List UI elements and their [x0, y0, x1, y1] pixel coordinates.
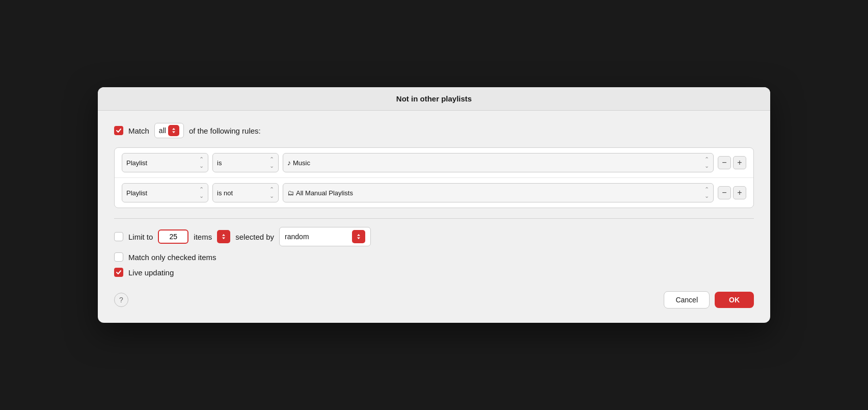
rule1-remove-button[interactable]: − — [718, 156, 731, 169]
rule2-condition-chevron: ⌃⌄ — [269, 186, 274, 199]
match-checkbox[interactable] — [114, 126, 123, 135]
rule1-buttons: − + — [718, 156, 746, 169]
rule1-value-select[interactable]: ♪ Music ⌃⌄ — [283, 153, 714, 172]
match-row: Match all of the following rules: — [114, 123, 754, 138]
limit-to-label: Limit to — [128, 233, 153, 241]
ok-button[interactable]: OK — [715, 292, 754, 308]
rule2-field-chevron: ⌃⌄ — [199, 186, 204, 199]
match-checked-label: Match only checked items — [128, 253, 216, 262]
live-updating-row: Live updating — [114, 268, 754, 277]
limit-input[interactable] — [158, 229, 188, 244]
match-checked-row: Match only checked items — [114, 252, 754, 262]
rule1-value-icon: ♪ — [287, 159, 291, 167]
rule1-condition-select[interactable]: is ⌃⌄ — [212, 153, 279, 172]
dialog-footer: ? Cancel OK — [114, 289, 754, 309]
limit-checkbox[interactable] — [114, 232, 123, 241]
dialog-body: Match all of the following rules: Playli… — [98, 111, 770, 323]
items-label: items — [194, 233, 212, 241]
rule2-value-chevron: ⌃⌄ — [704, 186, 709, 199]
limit-row: Limit to items selected by random — [114, 227, 754, 246]
cancel-button[interactable]: Cancel — [664, 291, 710, 309]
rule2-remove-button[interactable]: − — [718, 186, 731, 199]
rule2-buttons: − + — [718, 186, 746, 199]
live-updating-checkbox[interactable] — [114, 268, 123, 277]
rule2-add-button[interactable]: + — [733, 186, 746, 199]
divider — [114, 218, 754, 219]
options-section: Limit to items selected by random — [114, 227, 754, 277]
rules-container: Playlist ⌃⌄ is ⌃⌄ ♪ Music ⌃⌄ − + — [114, 147, 754, 208]
rule1-condition-chevron: ⌃⌄ — [269, 156, 274, 169]
help-button[interactable]: ? — [114, 293, 128, 307]
rule2-condition-value: is not — [217, 189, 233, 197]
rule1-value-text: Music — [293, 159, 310, 167]
selected-by-spinner[interactable] — [352, 230, 365, 243]
rule2-value-icon: 🗂 — [287, 189, 294, 197]
rule2-value-text: All Manual Playlists — [296, 189, 353, 197]
match-all-select[interactable]: all — [154, 123, 184, 138]
rule1-condition-value: is — [217, 159, 222, 167]
rule2-condition-select[interactable]: is not ⌃⌄ — [212, 183, 279, 202]
match-checked-checkbox[interactable] — [114, 252, 123, 262]
dialog-window: Not in other playlists Match all of — [98, 87, 770, 323]
rule-row-1: Playlist ⌃⌄ is ⌃⌄ ♪ Music ⌃⌄ − + — [115, 148, 753, 178]
rule-row-2: Playlist ⌃⌄ is not ⌃⌄ 🗂 All Manual Playl… — [115, 178, 753, 208]
rule2-value-select[interactable]: 🗂 All Manual Playlists ⌃⌄ — [283, 183, 714, 202]
dialog-title: Not in other playlists — [108, 94, 760, 103]
rule1-field-chevron: ⌃⌄ — [199, 156, 204, 169]
selected-by-select[interactable]: random — [279, 227, 371, 246]
selected-by-label: selected by — [235, 233, 274, 241]
match-value: all — [159, 126, 166, 135]
rule1-field-select[interactable]: Playlist ⌃⌄ — [122, 153, 208, 172]
rule1-add-button[interactable]: + — [733, 156, 746, 169]
rule1-value-chevron: ⌃⌄ — [704, 156, 709, 169]
title-bar: Not in other playlists — [98, 87, 770, 111]
live-updating-label: Live updating — [128, 268, 174, 277]
rule2-field-select[interactable]: Playlist ⌃⌄ — [122, 183, 208, 202]
match-label-suffix: of the following rules: — [189, 126, 261, 135]
match-spinner[interactable] — [168, 125, 179, 136]
match-label-prefix: Match — [128, 126, 149, 135]
selected-by-value: random — [285, 233, 309, 241]
rule1-field-value: Playlist — [126, 159, 147, 167]
items-spinner[interactable] — [217, 230, 230, 243]
rule2-field-value: Playlist — [126, 189, 147, 197]
